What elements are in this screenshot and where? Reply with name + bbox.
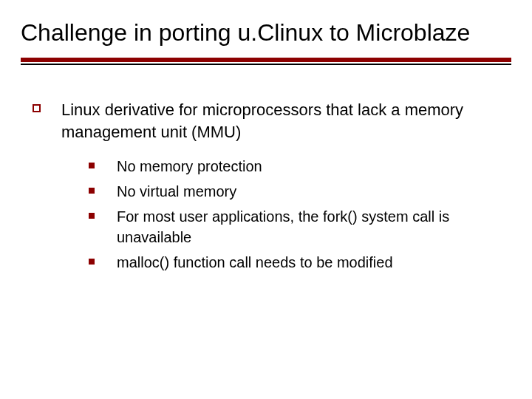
main-bullet-text: Linux derivative for microprocessors tha…: [61, 99, 511, 143]
list-item: No memory protection: [89, 156, 511, 177]
sub-bullet-text: No memory protection: [117, 156, 262, 177]
slide-body: Linux derivative for microprocessors tha…: [21, 99, 511, 273]
hollow-square-icon: [33, 104, 41, 112]
main-bullet: Linux derivative for microprocessors tha…: [33, 99, 511, 143]
list-item: For most user applications, the fork() s…: [89, 206, 511, 248]
slide-title: Challenge in porting u.Clinux to Microbl…: [21, 18, 511, 47]
title-divider: [21, 58, 511, 64]
sub-bullet-text: For most user applications, the fork() s…: [117, 206, 511, 248]
filled-square-icon: [89, 163, 95, 168]
list-item: No virtual memory: [89, 181, 511, 202]
filled-square-icon: [89, 213, 95, 219]
sub-bullet-text: malloc() function call needs to be modif…: [117, 252, 393, 273]
filled-square-icon: [89, 259, 95, 265]
sub-bullet-text: No virtual memory: [117, 181, 236, 202]
filled-square-icon: [89, 188, 95, 194]
list-item: malloc() function call needs to be modif…: [89, 252, 511, 273]
sub-bullet-list: No memory protection No virtual memory F…: [33, 156, 511, 273]
